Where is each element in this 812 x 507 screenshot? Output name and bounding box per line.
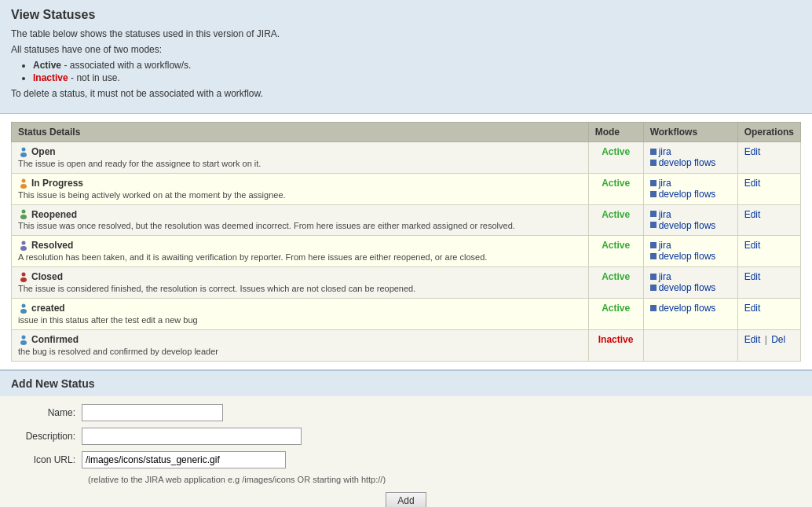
- svg-point-9: [20, 277, 27, 282]
- status-operations-cell: Edit: [737, 236, 800, 267]
- workflow-icon: [650, 305, 657, 311]
- modes-intro: All statuses have one of two modes:: [11, 44, 801, 55]
- workflow-link[interactable]: jira: [650, 146, 731, 157]
- svg-point-7: [20, 246, 27, 251]
- workflow-link[interactable]: develop flows: [650, 220, 731, 231]
- col-status-details: Status Details: [12, 123, 589, 142]
- op-separator: |: [762, 334, 770, 345]
- add-button[interactable]: Add: [386, 492, 426, 507]
- status-mode-cell: Active: [588, 267, 643, 299]
- op-edit-link[interactable]: Edit: [744, 334, 761, 345]
- status-description: The issue is open and ready for the assi…: [18, 159, 261, 168]
- workflow-link[interactable]: develop flows: [650, 282, 731, 293]
- workflow-icon: [650, 160, 657, 166]
- icon-label: Icon URL:: [11, 454, 82, 465]
- name-row: Name:: [11, 404, 801, 421]
- status-workflows-cell: jiradevelop flows: [643, 142, 737, 174]
- mode-badge: Active: [602, 209, 630, 220]
- workflow-link[interactable]: develop flows: [650, 157, 731, 168]
- status-name: Closed: [18, 271, 63, 282]
- svg-point-4: [22, 210, 26, 214]
- icon-url-input[interactable]: [82, 451, 286, 468]
- svg-point-5: [20, 215, 27, 219]
- table-row: Reopened This issue was once resolved, b…: [12, 204, 801, 236]
- workflow-link[interactable]: develop flows: [650, 303, 731, 314]
- status-description: This issue was once resolved, but the re…: [18, 221, 515, 230]
- icon-row: Icon URL:: [11, 451, 801, 468]
- icon-hint: (relative to the JIRA web application e.…: [82, 475, 801, 484]
- workflow-link[interactable]: develop flows: [650, 251, 731, 262]
- status-workflows-cell: jiradevelop flows: [643, 236, 737, 267]
- form-actions: Add: [11, 492, 801, 507]
- table-row: Closed The issue is considered finished,…: [12, 267, 801, 299]
- page-title: View Statuses: [11, 8, 801, 22]
- desc-label: Description:: [11, 431, 82, 442]
- status-person-icon: [18, 303, 29, 314]
- add-status-form: Name: Description: Icon URL: (relative t…: [0, 396, 812, 507]
- table-row: created issue in this status after the t…: [12, 299, 801, 330]
- svg-point-6: [22, 241, 26, 245]
- status-details-cell: In Progress This issue is being actively…: [12, 173, 589, 204]
- status-details-cell: Confirmed the bug is resolved and confir…: [12, 329, 589, 361]
- status-workflows-cell: jiradevelop flows: [643, 267, 737, 299]
- status-workflows-cell: [643, 329, 737, 361]
- op-edit-link[interactable]: Edit: [744, 146, 761, 157]
- workflow-icon: [650, 149, 657, 155]
- name-label: Name:: [11, 407, 82, 418]
- workflow-link[interactable]: jira: [650, 209, 731, 220]
- col-mode: Mode: [588, 123, 643, 142]
- status-details-cell: Reopened This issue was once resolved, b…: [12, 204, 589, 236]
- status-operations-cell: Edit: [737, 267, 800, 299]
- page-description: The table below shows the statuses used …: [11, 28, 801, 39]
- svg-point-3: [20, 184, 27, 189]
- table-row: Confirmed the bug is resolved and confir…: [12, 329, 801, 361]
- svg-point-1: [20, 152, 27, 157]
- status-person-icon: [18, 240, 29, 251]
- status-description: the bug is resolved and confirmed by dev…: [18, 347, 218, 356]
- workflow-icon: [650, 253, 657, 259]
- mode-badge: Inactive: [598, 334, 634, 345]
- svg-point-2: [22, 178, 26, 182]
- view-statuses-header: View Statuses The table below shows the …: [0, 0, 812, 114]
- svg-point-12: [22, 335, 26, 339]
- workflow-link[interactable]: jira: [650, 178, 731, 189]
- status-person-icon: [18, 178, 29, 189]
- workflow-icon: [650, 242, 657, 248]
- status-description: The issue is considered finished, the re…: [18, 284, 415, 293]
- mode-badge: Active: [602, 178, 630, 189]
- status-table: Status Details Mode Workflows Operations…: [11, 122, 801, 362]
- status-name: Resolved: [18, 240, 73, 251]
- status-name: In Progress: [18, 178, 83, 189]
- add-status-section: Add New Status Name: Description: Icon U…: [0, 369, 812, 507]
- desc-row: Description:: [11, 428, 801, 445]
- status-mode-cell: Active: [588, 236, 643, 267]
- name-input[interactable]: [82, 404, 223, 421]
- mode-badge: Active: [602, 146, 630, 157]
- workflow-link[interactable]: develop flows: [650, 189, 731, 200]
- status-operations-cell: Edit: [737, 204, 800, 236]
- svg-point-0: [22, 147, 26, 151]
- status-details-cell: created issue in this status after the t…: [12, 299, 589, 330]
- workflow-icon: [650, 180, 657, 186]
- status-person-icon: [18, 146, 29, 157]
- status-operations-cell: Edit: [737, 299, 800, 330]
- add-status-header: Add New Status: [0, 371, 812, 396]
- status-description: issue in this status after the test edit…: [18, 315, 198, 325]
- col-operations: Operations: [737, 123, 800, 142]
- workflow-link[interactable]: jira: [650, 240, 731, 251]
- workflow-link[interactable]: jira: [650, 271, 731, 282]
- status-details-cell: Resolved A resolution has been taken, an…: [12, 236, 589, 267]
- op-edit-link[interactable]: Edit: [744, 240, 761, 251]
- svg-point-11: [20, 309, 27, 314]
- status-operations-cell: Edit | Del: [737, 329, 800, 361]
- table-header-row: Status Details Mode Workflows Operations: [12, 123, 801, 142]
- op-del-link[interactable]: Del: [771, 334, 785, 345]
- description-input[interactable]: [82, 428, 302, 445]
- op-edit-link[interactable]: Edit: [744, 303, 761, 314]
- status-person-icon: [18, 208, 29, 219]
- op-edit-link[interactable]: Edit: [744, 209, 761, 220]
- inactive-desc: - not in use.: [71, 72, 120, 83]
- op-edit-link[interactable]: Edit: [744, 271, 761, 282]
- svg-point-13: [20, 340, 27, 345]
- op-edit-link[interactable]: Edit: [744, 178, 761, 189]
